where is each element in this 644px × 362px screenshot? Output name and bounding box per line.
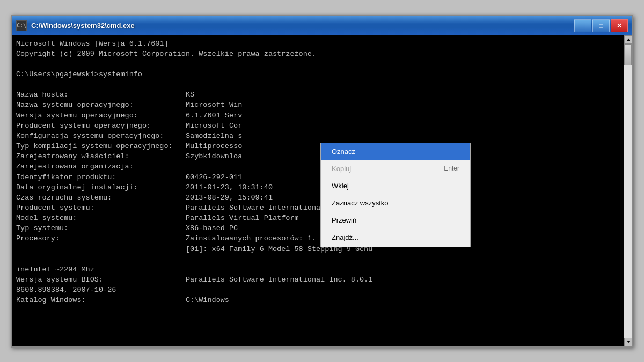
scroll-thumb[interactable] [624,44,632,65]
scroll-down-button[interactable]: ▼ [624,338,632,346]
context-menu-item-znajdz[interactable]: Znajdź... [321,229,470,246]
window-controls: ─ □ ✕ [574,19,628,32]
title-bar: C:\ C:\Windows\system32\cmd.exe ─ □ ✕ [12,16,632,35]
cmd-window: C:\ C:\Windows\system32\cmd.exe ─ □ ✕ Mi… [11,15,633,348]
vertical-scrollbar[interactable]: ▲ ▼ [624,35,632,346]
terminal-text: Microsoft Windows [Wersja 6.1.7601] Copy… [16,39,619,306]
context-menu-item-przewin[interactable]: Przewiń [321,212,470,229]
minimize-button[interactable]: ─ [574,19,591,32]
close-button[interactable]: ✕ [611,19,628,32]
context-menu-item-kopiuj: Kopiuj Enter [321,160,470,178]
context-menu-item-zaznacz-wszystko[interactable]: Zaznacz wszystko [321,195,470,212]
maximize-button[interactable]: □ [592,19,610,32]
scroll-track[interactable] [624,44,632,338]
window-icon: C:\ [16,20,27,31]
context-menu: Oznacz Kopiuj Enter Wklej Zaznacz wszyst… [320,143,471,247]
scroll-up-button[interactable]: ▲ [624,35,632,44]
window-body: Microsoft Windows [Wersja 6.1.7601] Copy… [12,35,632,346]
terminal-content[interactable]: Microsoft Windows [Wersja 6.1.7601] Copy… [12,35,624,346]
context-menu-item-oznacz[interactable]: Oznacz [321,143,470,160]
context-menu-item-wklej[interactable]: Wklej [321,178,470,195]
window-title: C:\Windows\system32\cmd.exe [31,21,574,29]
